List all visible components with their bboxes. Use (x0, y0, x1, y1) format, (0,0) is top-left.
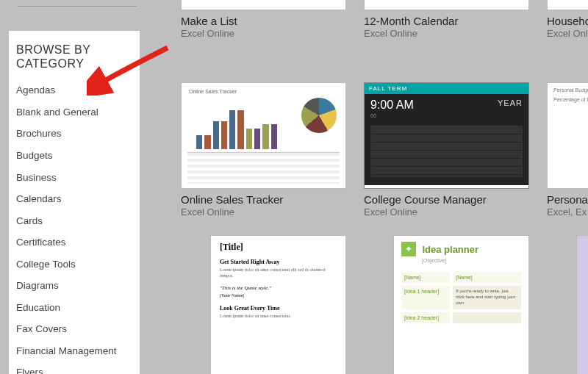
template-card-personal-budget[interactable]: Personal Budget Percentage of Income Spe… (547, 82, 588, 218)
template-card-college-course[interactable]: FALL TERM YEAR 9:00 AM 60 College Course… (364, 82, 529, 218)
thumb-section: Look Great Every Time (220, 305, 337, 312)
category-sidebar: BROWSE BY CATEGORY Agendas Blank and Gen… (9, 31, 140, 374)
template-grid: Make a List Excel Online 12-Month Calend… (181, 0, 588, 374)
thumb-schedule-lines (370, 126, 523, 177)
thumb-author: [Your Name] (220, 293, 337, 299)
sidebar-heading: BROWSE BY CATEGORY (16, 43, 132, 71)
template-thumb: FALL TERM YEAR 9:00 AM 60 (364, 82, 529, 189)
thumb-box: If you're ready to write, just click her… (453, 286, 521, 309)
category-list: Agendas Blank and General Brochures Budg… (16, 79, 132, 374)
template-title: Househo (547, 15, 588, 28)
thumb-label: [Idea 2 header] (401, 312, 450, 323)
category-college-tools[interactable]: College Tools (16, 253, 132, 276)
template-thumb: Online Sales Tracker (181, 82, 346, 189)
thumb-section: Get Started Right Away (220, 259, 337, 265)
template-subtitle: Excel Online (181, 28, 346, 40)
template-card[interactable]: Make a List Excel Online (181, 0, 346, 40)
template-title: Online Sales Tracker (181, 193, 346, 206)
thumb-label: [Name] (453, 272, 521, 283)
template-thumb: [Title] Get Started Right Away Lorem ips… (210, 235, 346, 374)
category-flyers[interactable]: Flyers (16, 362, 132, 374)
category-diagrams[interactable]: Diagrams (16, 275, 132, 297)
thumb-table (187, 152, 340, 184)
category-calendars[interactable]: Calendars (16, 188, 132, 210)
category-brochures[interactable]: Brochures (16, 123, 132, 145)
template-card-title-doc[interactable]: [Title] Get Started Right Away Lorem ips… (210, 235, 346, 374)
template-thumb: E (576, 235, 588, 374)
thumb-title: Idea planner (422, 244, 478, 255)
template-subtitle: Excel Online (364, 206, 529, 218)
template-card[interactable]: 12-Month Calendar Excel Online (364, 0, 529, 40)
category-financial-management[interactable]: Financial Management (16, 340, 132, 362)
bar-chart-icon (196, 104, 277, 149)
lightbulb-icon: ✦ (401, 242, 416, 256)
template-subtitle: Excel Online (364, 28, 529, 40)
template-title: College Course Manager (364, 193, 529, 206)
thumb-subheader: Percentage of Income Spent (548, 97, 588, 107)
thumb-minutes: 60 (370, 113, 376, 118)
template-card-idea-planner[interactable]: ✦ Idea planner [Objective] [Name] [Name]… (393, 235, 529, 374)
thumb-term: FALL TERM (365, 83, 528, 94)
thumb-header: Online Sales Tracker (189, 89, 237, 94)
thumb-sub: [Objective] (422, 258, 521, 263)
thumb-header: Personal Budget (548, 83, 588, 97)
template-subtitle: Excel, Ex (547, 206, 588, 218)
thumb-label: [Idea 1 header] (401, 286, 450, 309)
category-cards[interactable]: Cards (16, 210, 132, 232)
thumb-title: [Title] (220, 242, 337, 253)
thumb-para: Lorem ipsum dolor sit amet consectetur. (220, 314, 337, 320)
category-certificates[interactable]: Certificates (16, 231, 132, 253)
thumb-para: Lorem ipsum dolor sit amet consectetur e… (220, 267, 337, 279)
category-business[interactable]: Business (16, 167, 132, 189)
thumb-year: YEAR (498, 98, 523, 107)
template-title: 12-Month Calendar (364, 15, 529, 28)
template-subtitle: Excel Onl (547, 28, 588, 40)
template-subtitle: Excel Online (181, 206, 346, 218)
template-card[interactable]: E (576, 235, 588, 374)
template-title: Make a List (181, 15, 346, 28)
template-thumb: ✦ Idea planner [Objective] [Name] [Name]… (393, 235, 529, 374)
template-thumb (547, 0, 588, 10)
category-blank-and-general[interactable]: Blank and General (16, 101, 132, 123)
thumb-quote: "This is the Quote style." (220, 285, 337, 291)
template-title: Persona (547, 193, 588, 206)
pie-chart-icon (301, 98, 337, 133)
template-card-sales-tracker[interactable]: Online Sales Tracker Online Sales Tracke… (181, 82, 346, 218)
category-education[interactable]: Education (16, 297, 132, 319)
category-agendas[interactable]: Agendas (16, 79, 132, 101)
template-thumb (364, 0, 529, 10)
category-fax-covers[interactable]: Fax Covers (16, 318, 132, 340)
thumb-box (453, 312, 521, 323)
template-thumb: Personal Budget Percentage of Income Spe… (547, 82, 588, 189)
template-thumb (181, 0, 346, 10)
thumb-label: [Name] (401, 272, 450, 283)
category-budgets[interactable]: Budgets (16, 145, 132, 167)
thumb-stripe (577, 236, 588, 374)
template-card[interactable]: Househo Excel Onl (547, 0, 588, 40)
sidebar-divider (18, 6, 137, 7)
